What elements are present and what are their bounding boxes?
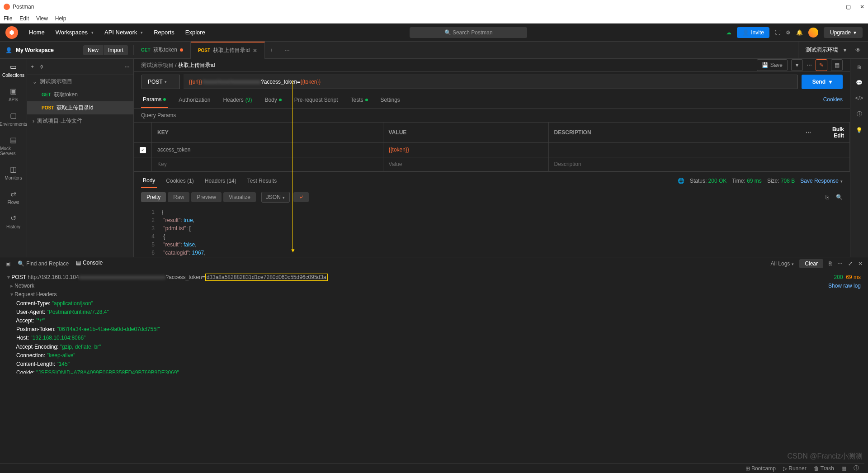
resp-tab-headers[interactable]: Headers (14): [203, 174, 238, 188]
save-dropdown-icon[interactable]: ▾: [791, 59, 803, 71]
sidebar-item-collections[interactable]: ▭Collections: [2, 62, 24, 78]
filter-icon[interactable]: ⚱: [39, 64, 44, 70]
tab-get-token[interactable]: GET 获取token: [134, 42, 191, 59]
sidebar-item-environments[interactable]: ▢Environments: [0, 111, 27, 127]
resp-tab-tests[interactable]: Test Results: [245, 174, 278, 188]
info-icon[interactable]: ⓘ: [857, 110, 862, 118]
wrap-icon[interactable]: ⤶: [293, 192, 309, 202]
param-key[interactable]: access_token: [152, 143, 383, 157]
view-pretty[interactable]: Pretty: [141, 192, 166, 202]
menu-edit[interactable]: Edit: [19, 15, 29, 22]
maximize-icon[interactable]: ▢: [846, 4, 851, 10]
sidebar-menu-icon[interactable]: ⋯: [124, 64, 130, 70]
settings-icon[interactable]: ⚙: [786, 29, 791, 36]
nav-workspaces[interactable]: Workspaces: [50, 29, 99, 36]
send-button[interactable]: Send▾: [802, 75, 843, 89]
tab-prerequest[interactable]: Pre-request Script: [292, 92, 340, 108]
import-button[interactable]: Import: [103, 45, 128, 55]
tab-authorization[interactable]: Authorization: [177, 92, 212, 108]
sidebar-item-history[interactable]: ↺History: [6, 214, 20, 229]
layout-icon[interactable]: ▤: [831, 59, 843, 71]
tab-close-icon[interactable]: ✕: [253, 47, 257, 54]
environment-selector[interactable]: 测试演示环境: [806, 46, 838, 54]
help-icon[interactable]: ⓘ: [854, 464, 859, 472]
sidebar-item-flows[interactable]: ⇄Flows: [7, 189, 19, 205]
tree-folder-2[interactable]: ›测试项目-上传文件: [27, 114, 133, 128]
postman-logo-icon[interactable]: [5, 26, 18, 39]
show-raw-log-link[interactable]: Show raw log: [828, 282, 861, 290]
layout-toggle-icon[interactable]: ▦: [841, 465, 846, 472]
search-in-response-icon[interactable]: 🔍: [836, 194, 843, 200]
nav-reports[interactable]: Reports: [148, 29, 180, 36]
tab-tests[interactable]: Tests: [349, 92, 369, 108]
param-desc[interactable]: [548, 143, 849, 157]
env-dropdown-icon[interactable]: ▾: [844, 47, 846, 53]
invite-button[interactable]: 👤 Invite: [737, 27, 769, 38]
avatar[interactable]: [808, 28, 818, 38]
hide-sidebar-icon[interactable]: ▣: [5, 260, 10, 267]
bootcamp-button[interactable]: ⊞ Bootcamp: [745, 465, 776, 472]
tree-folder[interactable]: ⌄测试演示项目: [27, 75, 133, 88]
menu-view[interactable]: View: [36, 15, 48, 22]
notifications-icon[interactable]: 🔔: [796, 29, 803, 36]
sidebar-item-monitors[interactable]: ◫Monitors: [5, 165, 22, 180]
sidebar-item-apis[interactable]: ▣APIs: [9, 87, 18, 102]
sidebar-item-mock-servers[interactable]: ▤Mock Servers: [0, 136, 27, 156]
tab-upload-dir[interactable]: POST 获取上传目录id ✕: [191, 42, 265, 59]
console-menu-icon[interactable]: ⋯: [837, 260, 843, 267]
resp-tab-cookies[interactable]: Cookies (1): [164, 174, 195, 188]
globe-icon[interactable]: 🌐: [678, 178, 684, 184]
param-value[interactable]: {{token}}: [389, 147, 409, 153]
copy-icon[interactable]: ⎘: [826, 194, 829, 200]
nav-home[interactable]: Home: [24, 29, 50, 36]
tab-headers[interactable]: Headers (9): [221, 92, 254, 108]
save-button[interactable]: 💾 Save: [757, 59, 788, 71]
new-button[interactable]: New: [83, 45, 103, 55]
param-desc-placeholder[interactable]: Description: [548, 157, 849, 171]
edit-icon[interactable]: ✎: [816, 59, 827, 71]
clear-button[interactable]: Clear: [799, 259, 823, 268]
add-collection-icon[interactable]: +: [31, 64, 34, 70]
param-value-placeholder[interactable]: Value: [383, 157, 548, 171]
view-preview[interactable]: Preview: [191, 192, 222, 202]
save-response-button[interactable]: Save Response: [800, 178, 843, 184]
tab-settings[interactable]: Settings: [379, 92, 402, 108]
console-button[interactable]: ▤ Console: [76, 260, 103, 267]
language-select[interactable]: JSON: [261, 192, 290, 203]
more-actions-icon[interactable]: ⋯: [807, 62, 812, 68]
tab-body[interactable]: Body: [263, 92, 283, 108]
trash-button[interactable]: 🗑 Trash: [814, 465, 834, 472]
console-close-icon[interactable]: ✕: [858, 260, 863, 267]
console-copy-icon[interactable]: ⎘: [829, 260, 832, 267]
resp-tab-body[interactable]: Body: [141, 174, 157, 188]
response-body[interactable]: 1{ 2 "result": true, 3 "pdmList": [ 4 { …: [134, 206, 850, 257]
all-logs-select[interactable]: All Logs: [771, 260, 794, 267]
lightbulb-icon[interactable]: 💡: [856, 127, 863, 133]
tab-menu-icon[interactable]: ⋯: [279, 47, 295, 53]
method-select[interactable]: POST: [141, 75, 180, 89]
env-view-icon[interactable]: 👁: [855, 47, 861, 53]
minimize-icon[interactable]: —: [831, 4, 837, 10]
cookies-link[interactable]: Cookies: [823, 92, 843, 108]
code-icon[interactable]: </>: [855, 95, 863, 101]
bulk-edit-button[interactable]: Bulk Edit: [818, 123, 850, 143]
new-tab-button[interactable]: +: [265, 47, 279, 53]
view-raw[interactable]: Raw: [168, 192, 189, 202]
menu-help[interactable]: Help: [55, 15, 66, 22]
close-icon[interactable]: ✕: [860, 4, 864, 10]
col-options-icon[interactable]: ⋯: [800, 123, 818, 143]
nav-explore[interactable]: Explore: [180, 29, 211, 36]
upgrade-button[interactable]: Upgrade ▾: [824, 27, 863, 38]
param-checkbox[interactable]: ✓: [140, 147, 146, 153]
runner-button[interactable]: ▷ Runner: [783, 465, 807, 472]
tree-request-upload-dir[interactable]: POST获取上传目录id: [27, 101, 133, 114]
view-visualize[interactable]: Visualize: [223, 192, 256, 202]
docs-icon[interactable]: 🗎: [857, 64, 862, 71]
tab-params[interactable]: Params: [141, 92, 168, 108]
nav-api-network[interactable]: API Network: [99, 29, 148, 36]
capture-icon[interactable]: ⛶: [775, 29, 780, 36]
console-popout-icon[interactable]: ⤢: [848, 260, 853, 267]
tree-request-get-token[interactable]: GET获取token: [27, 88, 133, 101]
search-input[interactable]: 🔍 Search Postman: [410, 27, 527, 38]
workspace-name[interactable]: My Workspace: [16, 47, 54, 53]
